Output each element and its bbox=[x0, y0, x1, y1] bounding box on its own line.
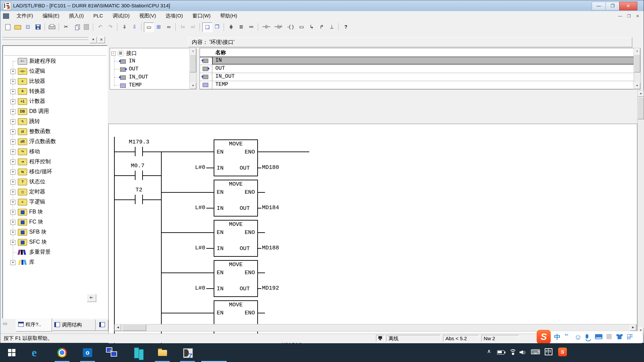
program-elements-button[interactable]: ≣ bbox=[236, 22, 246, 32]
catalog-item-move[interactable]: + ↷ 移动 bbox=[3, 146, 104, 157]
expand-icon[interactable]: + bbox=[10, 79, 15, 84]
wifi-icon[interactable] bbox=[509, 349, 517, 356]
server-app-icon[interactable] bbox=[132, 347, 145, 359]
contact-operand[interactable]: M0.7 bbox=[131, 163, 145, 169]
contact-no-button[interactable]: ⊣⊢ bbox=[261, 22, 272, 32]
catalog-item-converter[interactable]: + ≙ 转换器 bbox=[3, 86, 104, 96]
expand-icon[interactable]: + bbox=[10, 230, 15, 235]
expand-icon[interactable]: + bbox=[10, 129, 15, 134]
expand-icon[interactable]: + bbox=[10, 170, 15, 175]
expand-icon[interactable]: + bbox=[10, 220, 15, 225]
address-monitor-button[interactable]: ▭ bbox=[144, 22, 154, 32]
outlook-icon[interactable]: o bbox=[82, 347, 94, 359]
voice-input-icon[interactable] bbox=[586, 333, 591, 341]
scroll-right-icon[interactable]: ▶ bbox=[630, 324, 636, 331]
out-operand[interactable]: MD188 bbox=[262, 245, 279, 251]
menu-help[interactable]: 帮助(H) bbox=[216, 11, 241, 21]
simatic-manager-icon[interactable]: 7 bbox=[181, 347, 194, 359]
interface-item-in-out[interactable]: IN_OUT bbox=[110, 74, 187, 82]
expand-icon[interactable]: + bbox=[10, 139, 15, 144]
tab-call-structure[interactable]: 调用结构 bbox=[52, 319, 96, 331]
interface-root-item[interactable]: − 接口 bbox=[110, 50, 187, 58]
close-button[interactable]: ✕ bbox=[619, 2, 637, 10]
expand-icon[interactable]: + bbox=[10, 210, 15, 215]
mdi-minimize-button[interactable]: — bbox=[616, 13, 625, 19]
contact-operand[interactable]: M179.3 bbox=[129, 139, 149, 145]
minimize-button[interactable]: — bbox=[592, 2, 606, 10]
punctuation-icon[interactable]: °’ bbox=[565, 333, 568, 339]
table-row-in-out[interactable]: IN_OUT bbox=[200, 73, 634, 81]
expand-icon[interactable]: + bbox=[10, 190, 15, 195]
scroll-up-icon[interactable]: ∧ bbox=[634, 48, 640, 55]
mdi-close-button[interactable]: ✕ bbox=[633, 13, 642, 19]
menu-file[interactable]: 文件(F) bbox=[12, 11, 37, 21]
expand-icon[interactable]: + bbox=[10, 99, 15, 104]
mdi-restore-button[interactable]: ❐ bbox=[625, 13, 633, 19]
scroll-up-icon[interactable]: ∧ bbox=[190, 48, 196, 55]
menu-plc[interactable]: PLC bbox=[89, 11, 107, 20]
window-overview-button[interactable]: ❏ bbox=[202, 22, 212, 32]
document-icon[interactable] bbox=[3, 13, 9, 19]
move-block[interactable]: MOVE EN ENO IN OUT bbox=[214, 260, 258, 297]
toolbar-grip[interactable] bbox=[2, 37, 88, 39]
in-value[interactable]: L#0 bbox=[189, 245, 205, 251]
redo-button[interactable]: ↷ bbox=[106, 22, 115, 32]
catalog-item-program-control[interactable]: + ⇥ 程序控制 bbox=[3, 157, 104, 167]
close-panel-button[interactable]: ✕ bbox=[98, 37, 105, 43]
expand-icon[interactable]: + bbox=[10, 109, 15, 114]
window-detail-button[interactable]: ❐ bbox=[212, 22, 222, 32]
new-network-button[interactable]: ⋕ bbox=[226, 22, 236, 32]
ladder-horizontal-scrollbar[interactable]: ◀ ▶ bbox=[114, 324, 637, 331]
catalog-item-comparator[interactable]: + < 比较器 bbox=[3, 76, 104, 86]
battery-icon[interactable] bbox=[497, 350, 504, 356]
scroll-down-icon[interactable]: ▼ bbox=[634, 83, 640, 89]
goto-next-error-button[interactable]: »! bbox=[188, 22, 198, 32]
catalog-item-db-call[interactable]: + DB DB 调用 bbox=[3, 106, 104, 116]
ime-indicator[interactable]: 中 bbox=[545, 348, 552, 355]
save-button[interactable] bbox=[33, 22, 43, 32]
ladder-vertical-scrollbar[interactable]: ▲ ▼ bbox=[637, 90, 644, 334]
touch-keyboard-icon[interactable]: ⌨ bbox=[531, 348, 540, 356]
in-value[interactable]: L#0 bbox=[189, 204, 205, 211]
catalog-item-multi-instance[interactable]: 多重背景 bbox=[3, 247, 104, 257]
interface-tree-scrollbar[interactable]: ∧ ▼ bbox=[190, 48, 197, 89]
collapse-icon[interactable]: − bbox=[111, 51, 116, 56]
in-value[interactable]: L#0 bbox=[189, 285, 205, 291]
table-row-in[interactable]: IN bbox=[200, 57, 634, 65]
scroll-up-icon[interactable]: ▲ bbox=[638, 90, 644, 97]
expand-icon[interactable]: + bbox=[10, 180, 15, 185]
menu-window[interactable]: 窗口(W) bbox=[189, 11, 215, 21]
name-column-header[interactable]: 名称 bbox=[215, 49, 226, 56]
download-to-plc-button[interactable]: ⇩ bbox=[130, 22, 139, 32]
goto-previous-error-button[interactable]: !« bbox=[178, 22, 187, 32]
toolbar-grip[interactable] bbox=[2, 40, 88, 41]
catalog-item-fb-blocks[interactable]: + FB 块 bbox=[3, 207, 104, 217]
interface-item-out[interactable]: OUT bbox=[110, 66, 187, 74]
menu-insert[interactable]: 插入(I) bbox=[65, 11, 88, 21]
chrome-icon[interactable] bbox=[56, 347, 68, 359]
dropdown-button[interactable]: ▼ bbox=[90, 37, 97, 43]
pane-splitter-button[interactable]: ⇤ bbox=[87, 294, 96, 302]
contact-operand[interactable]: T2 bbox=[136, 187, 142, 193]
close-branch-button[interactable]: ↱ bbox=[317, 22, 326, 32]
catalog-item-sfc-blocks[interactable]: + SFC 块 bbox=[3, 237, 104, 247]
contact-nc-button[interactable]: ⊣⊬ bbox=[273, 22, 284, 32]
clothes-icon[interactable] bbox=[616, 334, 623, 341]
help-button[interactable]: ? bbox=[341, 22, 351, 32]
interface-item-in[interactable]: IN bbox=[110, 58, 187, 66]
download-blocks-button[interactable]: ⇓ bbox=[120, 22, 129, 32]
menu-options[interactable]: 选项(O) bbox=[162, 11, 187, 21]
move-block[interactable]: MOVE EN ENO IN OUT bbox=[214, 139, 258, 176]
expand-icon[interactable]: + bbox=[10, 240, 15, 245]
expand-icon[interactable]: + bbox=[10, 200, 15, 205]
connection-node-button[interactable]: ⊞ bbox=[154, 22, 163, 32]
menu-view[interactable]: 视图(V) bbox=[135, 11, 160, 21]
catalog-item-status-bits[interactable]: + ? 状态位 bbox=[3, 177, 104, 187]
open-file-button[interactable] bbox=[13, 22, 22, 32]
expand-icon[interactable]: + bbox=[10, 89, 15, 94]
catalog-item-libraries[interactable]: + 库 bbox=[3, 257, 104, 267]
expand-icon[interactable]: + bbox=[10, 260, 15, 265]
scrollbar-thumb[interactable] bbox=[634, 54, 640, 72]
catalog-item-counter[interactable]: + +1 计数器 bbox=[3, 96, 104, 106]
scrollbar-thumb[interactable] bbox=[638, 97, 644, 119]
